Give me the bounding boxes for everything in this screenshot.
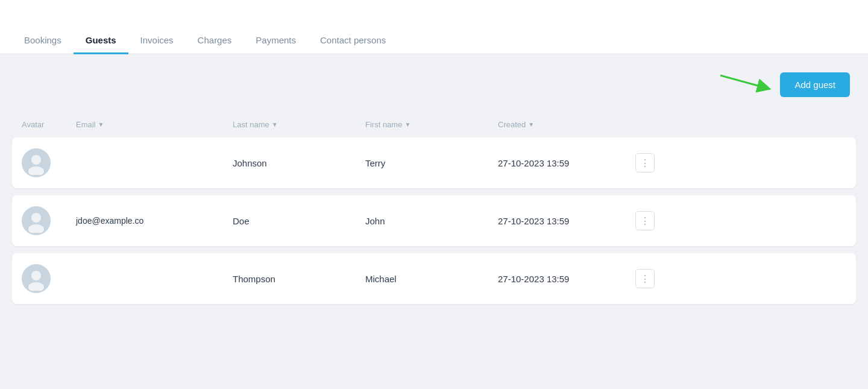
email-sort-icon: ▼ [98, 121, 104, 128]
guest-actions-cell: ⋮ [618, 211, 655, 230]
avatar [22, 264, 76, 293]
tabs-bar: BookingsGuestsInvoicesChargesPaymentsCon… [0, 0, 868, 54]
avatar-circle [22, 264, 51, 293]
tab-guests[interactable]: Guests [74, 28, 128, 54]
tab-payments[interactable]: Payments [244, 28, 308, 54]
guest-last-name: Johnson [233, 158, 365, 168]
col-created[interactable]: Created ▼ [498, 120, 618, 129]
guest-first-name: Terry [365, 158, 498, 168]
guest-actions-cell: ⋮ [618, 269, 655, 288]
first-name-sort-icon: ▼ [404, 121, 410, 128]
svg-point-7 [28, 282, 44, 291]
guest-menu-button[interactable]: ⋮ [635, 211, 655, 230]
svg-point-5 [28, 224, 44, 233]
action-row: Add guest [12, 66, 856, 115]
guest-created: 27-10-2023 13:59 [498, 216, 618, 226]
arrow-indicator [717, 69, 772, 108]
svg-point-2 [31, 155, 41, 165]
col-avatar: Avatar [22, 120, 76, 129]
col-last-name-label: Last name [233, 120, 269, 129]
col-email[interactable]: Email ▼ [76, 120, 233, 129]
guest-menu-button[interactable]: ⋮ [635, 153, 655, 172]
table-row: jdoe@example.coDoeJohn27-10-2023 13:59⋮ [12, 195, 856, 246]
last-name-sort-icon: ▼ [272, 121, 278, 128]
guest-actions-cell: ⋮ [618, 153, 655, 172]
guest-first-name: Michael [365, 274, 498, 284]
guest-last-name: Thompson [233, 274, 365, 284]
avatar [22, 206, 76, 235]
col-avatar-label: Avatar [22, 120, 44, 129]
avatar [22, 148, 76, 177]
table-row: ThompsonMichael27-10-2023 13:59⋮ [12, 253, 856, 304]
table-header: Avatar Email ▼ Last name ▼ First name ▼ … [12, 115, 856, 134]
guest-list: JohnsonTerry27-10-2023 13:59⋮ jdoe@examp… [12, 138, 856, 304]
table-row: JohnsonTerry27-10-2023 13:59⋮ [12, 138, 856, 188]
svg-point-6 [31, 271, 41, 280]
col-first-name[interactable]: First name ▼ [365, 120, 498, 129]
tab-contact-persons[interactable]: Contact persons [308, 28, 398, 54]
page-wrapper: BookingsGuestsInvoicesChargesPaymentsCon… [0, 0, 868, 389]
guest-first-name: John [365, 216, 498, 226]
content-area: Add guest Avatar Email ▼ Last name ▼ Fir… [0, 54, 868, 323]
avatar-circle [22, 148, 51, 177]
col-first-name-label: First name [365, 120, 402, 129]
created-sort-icon: ▼ [528, 121, 534, 128]
svg-point-3 [28, 166, 44, 175]
avatar-circle [22, 206, 51, 235]
guest-created: 27-10-2023 13:59 [498, 274, 618, 284]
add-guest-button[interactable]: Add guest [780, 72, 850, 97]
guest-created: 27-10-2023 13:59 [498, 158, 618, 168]
tab-invoices[interactable]: Invoices [128, 28, 186, 54]
col-last-name[interactable]: Last name ▼ [233, 120, 365, 129]
col-email-label: Email [76, 120, 96, 129]
svg-point-4 [31, 213, 41, 223]
guest-menu-button[interactable]: ⋮ [635, 269, 655, 288]
col-created-label: Created [498, 120, 526, 129]
tab-bookings[interactable]: Bookings [12, 28, 74, 54]
guest-email: jdoe@example.co [76, 216, 233, 226]
guest-last-name: Doe [233, 216, 365, 226]
svg-line-1 [720, 75, 764, 87]
tab-charges[interactable]: Charges [186, 28, 244, 54]
